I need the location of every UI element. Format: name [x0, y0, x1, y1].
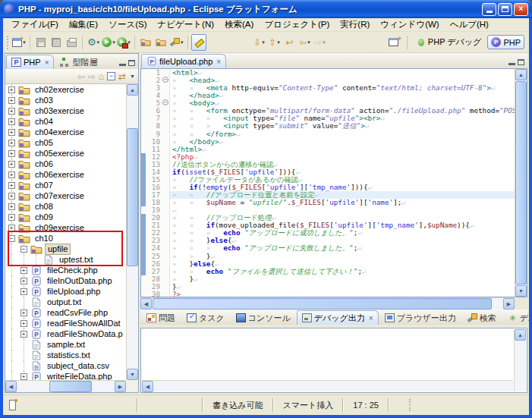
view-tab[interactable]: タスク — [181, 310, 230, 325]
tree-item[interactable]: +fileUpload.php — [5, 286, 126, 297]
tree-item[interactable]: +ch08 — [5, 201, 126, 212]
tree-item-label[interactable]: ch03exercise — [33, 106, 87, 116]
menu-item[interactable]: 実行(R) — [335, 18, 375, 31]
scroll-right-icon[interactable]: ▶ — [115, 381, 126, 392]
scroll-right-icon[interactable]: ▶ — [503, 298, 515, 310]
tree-item-label[interactable]: ch06exercise — [33, 170, 87, 180]
tree-vertical-scrollbar[interactable]: ▲ ▼ — [126, 84, 138, 380]
tree-expander-icon[interactable]: + — [20, 320, 27, 327]
tree-item[interactable]: +ch06 — [5, 159, 126, 169]
menu-item[interactable]: ウィンドウ(W) — [375, 18, 444, 31]
scroll-up-icon[interactable]: ▲ — [515, 69, 527, 80]
tree-item-label[interactable]: ch05 — [33, 138, 55, 148]
editor-horizontal-scrollbar[interactable]: ◀ ▶ — [140, 297, 515, 310]
tree-item[interactable]: +ch03exercise — [5, 105, 126, 116]
close-tab-icon[interactable]: × — [367, 314, 373, 322]
tree-item-label[interactable]: readCsvFile.php — [45, 308, 110, 318]
tree-item-label[interactable]: writeFileData.php — [45, 372, 115, 381]
close-tab-icon[interactable]: × — [215, 58, 221, 66]
tree-item-label[interactable]: uptest.txt — [57, 255, 96, 265]
view-tab[interactable]: 問題 — [141, 310, 181, 325]
explorer-home-icon[interactable]: ⌂ — [99, 72, 104, 81]
tree-item[interactable]: +readCsvFile.php — [5, 307, 126, 318]
last-edit-location-button[interactable]: ↩ — [282, 34, 297, 51]
tree-item[interactable]: +ch09exercise — [5, 222, 126, 233]
tree-item-label[interactable]: ch03 — [33, 96, 55, 105]
mark-occurrences-toggle[interactable] — [191, 34, 206, 51]
minimize-button[interactable] — [482, 3, 496, 16]
tree-item-label[interactable]: upfile — [45, 244, 71, 255]
link-with-editor-icon[interactable]: ⇄ — [118, 72, 126, 81]
tree-expander-icon[interactable]: + — [8, 118, 15, 125]
collapse-all-icon[interactable]: − — [107, 72, 115, 80]
tree-item-label[interactable]: ch10 — [33, 234, 55, 244]
menu-item[interactable]: ファイル(F) — [6, 18, 64, 31]
tree-expander-icon[interactable]: − — [8, 235, 15, 242]
tree-item-label[interactable]: readFileShowData.p — [45, 329, 125, 339]
code-line[interactable]: 18» » $upName = "upfile/".$_FILES['upfil… — [141, 199, 515, 206]
menu-item[interactable]: ヘルプ(H) — [445, 18, 494, 31]
tree-item-label[interactable]: ch07 — [33, 181, 55, 190]
open-type-button[interactable] — [153, 34, 168, 51]
perspective-php[interactable]: P PHP — [487, 35, 524, 49]
tree-expander-icon[interactable]: + — [20, 267, 27, 274]
explorer-tab[interactable]: 型階層 — [55, 55, 102, 69]
open-perspective-button[interactable] — [386, 34, 401, 51]
tree-item[interactable]: sample.txt — [5, 339, 126, 350]
tree-item[interactable]: −upfile — [5, 244, 126, 254]
tree-expander-icon[interactable]: + — [8, 161, 15, 168]
view-tab[interactable]: コンソール — [231, 310, 296, 325]
view-tab[interactable]: ブラウザー出力 — [379, 310, 461, 325]
tree-item-label[interactable]: fileUpload.php — [45, 287, 102, 297]
fold-collapse-icon[interactable]: − — [162, 77, 168, 83]
tree-item[interactable]: +ch05 — [5, 137, 126, 148]
tree-expander-icon[interactable]: + — [8, 86, 15, 93]
tree-item[interactable]: +ch04 — [5, 116, 126, 127]
scroll-left-icon[interactable]: ◀ — [142, 381, 153, 392]
tree-item[interactable]: +fileInOutData.php — [5, 275, 126, 286]
view-tab[interactable]: デバッグ出力× — [297, 310, 379, 325]
menu-item[interactable]: 検索(A) — [219, 18, 259, 31]
code-line[interactable]: 29}↵ — [141, 283, 515, 291]
tree-item[interactable]: +ch07 — [5, 180, 126, 190]
view-tab[interactable]: 検索 — [462, 310, 502, 325]
code-line[interactable]: 28» }↵ — [141, 275, 515, 283]
menu-item[interactable]: ソース(S) — [103, 18, 152, 31]
maximize-view-icon[interactable] — [128, 60, 135, 66]
tree-item[interactable]: +ch04exercise — [5, 127, 126, 137]
tree-expander-icon[interactable]: + — [8, 97, 15, 104]
search-button[interactable]: ▾ — [168, 34, 184, 51]
tree-item-label[interactable]: ch04exercise — [33, 127, 87, 137]
explorer-back-icon[interactable]: ⇦ — [77, 72, 85, 81]
tree-expander-icon[interactable]: + — [8, 225, 15, 231]
code-line[interactable]: 30?> — [141, 291, 515, 297]
tree-item-label[interactable]: ch07exercise — [33, 191, 87, 201]
menu-item[interactable]: プロジェクト(P) — [259, 18, 335, 31]
scroll-up-icon[interactable]: ▲ — [515, 329, 526, 341]
tree-expander-icon[interactable]: + — [20, 288, 27, 295]
tree-item-label[interactable]: ch05exercise — [33, 149, 87, 159]
menu-item[interactable]: 編集(E) — [64, 18, 103, 31]
tree-expander-icon[interactable]: + — [8, 150, 15, 157]
scroll-left-icon[interactable]: ◀ — [140, 298, 152, 310]
next-annotation-button[interactable]: ⇩▾ — [252, 34, 267, 51]
scroll-left-icon[interactable]: ◀ — [5, 381, 17, 392]
code-area[interactable]: 1<html>↵2−» <head>↵3» » <meta http-equiv… — [141, 69, 515, 297]
tree-expander-icon[interactable]: + — [8, 129, 15, 136]
perspective-php-debug[interactable]: PHP デバッグ — [413, 34, 486, 50]
editor-tab[interactable]: fileUpload.php× — [141, 54, 226, 68]
menu-item[interactable]: ナビゲート(N) — [152, 18, 219, 31]
open-resource-button[interactable] — [138, 34, 153, 51]
minimize-editor-icon[interactable] — [508, 63, 515, 65]
tree-expander-icon[interactable]: + — [20, 310, 27, 316]
print-button[interactable] — [64, 34, 79, 51]
tree-item-label[interactable]: ch09exercise — [33, 223, 87, 233]
tree-expander-icon[interactable]: + — [8, 182, 15, 189]
tree-expander-icon[interactable]: + — [8, 140, 15, 146]
tree-item[interactable]: +ch09 — [5, 212, 126, 222]
maximize-button[interactable] — [498, 3, 512, 16]
tree-item-label[interactable]: fileCheck.php — [45, 266, 100, 275]
tree-item[interactable]: uptest.txt — [5, 254, 126, 265]
minimize-view-icon[interactable] — [119, 64, 126, 66]
tree-expander-icon[interactable]: + — [8, 193, 15, 200]
